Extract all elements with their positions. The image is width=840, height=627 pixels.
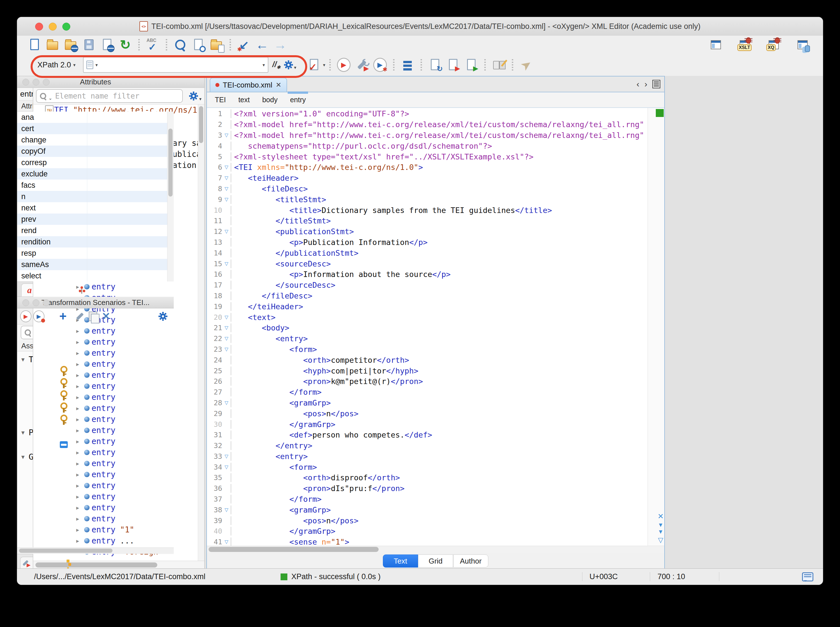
- configure-transformation-button[interactable]: ▶: [355, 58, 369, 72]
- go-to-last-modification-button[interactable]: ↙✱: [237, 38, 251, 52]
- expand-arrow-icon[interactable]: ▶: [73, 428, 82, 433]
- expand-arrow-icon[interactable]: ▶: [73, 483, 82, 488]
- code-line[interactable]: 34▽ <form>: [207, 462, 648, 473]
- expand-arrow-icon[interactable]: ▶: [73, 472, 82, 477]
- fold-toggle-icon[interactable]: ▽: [222, 539, 231, 545]
- fold-toggle-icon[interactable]: ▽: [222, 314, 231, 320]
- push-changes-button[interactable]: ▶: [446, 58, 460, 72]
- close-tab-icon[interactable]: ✕: [276, 81, 281, 89]
- attribute-row[interactable]: rend: [17, 225, 174, 236]
- next-editor-icon[interactable]: ›: [644, 79, 647, 89]
- breadcrumb-item-entry[interactable]: entry: [289, 95, 306, 105]
- attribute-row[interactable]: cert: [17, 123, 174, 134]
- outline-tree-item[interactable]: ▶entry: [33, 513, 204, 524]
- save-button[interactable]: [82, 38, 96, 52]
- outline-tree-item[interactable]: ▶entry: [33, 480, 204, 491]
- database-perspective-icon[interactable]: [796, 38, 809, 52]
- outline-tree-item[interactable]: ▶entry: [33, 436, 204, 447]
- expand-arrow-icon[interactable]: ▶: [73, 494, 82, 499]
- xpath-builder-icon[interactable]: //✱: [272, 60, 281, 70]
- fold-toggle-icon[interactable]: ▽: [222, 464, 231, 470]
- expand-arrow-icon[interactable]: ▶: [73, 516, 82, 521]
- filter-options-caret-icon[interactable]: ⌄: [49, 95, 52, 101]
- outline-tree-item[interactable]: ▶entry...: [33, 535, 204, 546]
- minimize-window-button[interactable]: [49, 23, 57, 31]
- xpath-settings-button[interactable]: ▾: [281, 60, 297, 70]
- code-line[interactable]: 13 <p>Publication Information</p>: [207, 237, 648, 248]
- attribute-row[interactable]: select: [17, 270, 174, 282]
- notifications-icon[interactable]: [802, 572, 813, 581]
- expand-arrow-icon[interactable]: ▶: [73, 417, 82, 422]
- zoom-window-button[interactable]: [62, 23, 70, 31]
- spell-check-button[interactable]: ABC✓: [146, 38, 159, 52]
- expand-arrow-icon[interactable]: ▶: [73, 339, 82, 345]
- breadcrumb-item-tei[interactable]: TEI: [214, 95, 226, 105]
- back-button[interactable]: ←: [255, 38, 269, 52]
- open-file-button[interactable]: [46, 38, 60, 52]
- code-line[interactable]: 23▽ <form>: [207, 344, 648, 355]
- close-window-button[interactable]: [35, 23, 43, 31]
- save-to-url-button[interactable]: [100, 38, 114, 52]
- expand-arrow-icon[interactable]: ▶: [73, 406, 82, 411]
- last-marker-icon[interactable]: ▽: [658, 537, 663, 544]
- attribute-row[interactable]: next: [17, 202, 174, 214]
- attribute-row[interactable]: copyOf: [17, 146, 174, 157]
- code-line[interactable]: 2<?xml-model href="http://www.tei-c.org/…: [207, 119, 648, 130]
- outline-tree-item[interactable]: ▶entry: [33, 458, 204, 469]
- fold-toggle-icon[interactable]: ▽: [222, 325, 231, 331]
- outline-settings-button[interactable]: ▾: [186, 91, 202, 102]
- code-line[interactable]: 27 </form>: [207, 387, 648, 398]
- editor-perspective-icon[interactable]: [709, 38, 723, 52]
- code-line[interactable]: 24 <orth>competitor</orth>: [207, 354, 648, 365]
- code-line[interactable]: 9▽ <titleStmt>: [207, 194, 648, 205]
- format-indent-button[interactable]: [401, 58, 414, 72]
- view-tab-text[interactable]: Text: [383, 555, 418, 567]
- delete-scenario-button[interactable]: ✕: [100, 311, 112, 322]
- xpath-scope-caret-icon[interactable]: ▾: [95, 62, 98, 68]
- fold-toggle-icon[interactable]: ▽: [222, 347, 231, 352]
- code-line[interactable]: 12▽ <publicationStmt>: [207, 226, 648, 237]
- xpath-history-caret-icon[interactable]: ▾: [263, 62, 265, 68]
- code-line[interactable]: 18 </fileDesc>: [207, 291, 648, 301]
- xpath-version-dropdown[interactable]: XPath 2.0▾: [38, 61, 76, 69]
- breadcrumb-item-text[interactable]: text: [238, 95, 250, 105]
- refresh-references-button[interactable]: ↻: [428, 58, 442, 72]
- xslt-debugger-perspective-icon[interactable]: XSLT: [738, 38, 752, 52]
- duplicate-scenario-button[interactable]: [87, 311, 99, 322]
- code-line[interactable]: 33▽ <entry>: [207, 451, 648, 462]
- clear-highlights-icon[interactable]: ✕: [657, 513, 664, 520]
- fold-toggle-icon[interactable]: ▽: [222, 164, 231, 170]
- attribute-row[interactable]: sameAs: [17, 259, 174, 270]
- next-marker-icon[interactable]: ▾▾: [659, 521, 662, 535]
- outline-tree-item[interactable]: ▶entry: [33, 281, 204, 292]
- attribute-row[interactable]: rendition: [17, 236, 174, 247]
- fold-toggle-icon[interactable]: ▽: [222, 261, 231, 267]
- code-line[interactable]: 41▽ <sense n="1">: [207, 537, 648, 546]
- expand-arrow-icon[interactable]: ▶: [73, 350, 82, 356]
- outline-tree-item[interactable]: ▶entry: [33, 491, 204, 502]
- code-line[interactable]: 38▽ <gramGrp>: [207, 504, 648, 515]
- code-line[interactable]: 4 schematypens="http://purl.oclc.org/dsd…: [207, 140, 648, 151]
- code-line[interactable]: 40 </gramGrp>: [207, 526, 648, 537]
- prev-editor-icon[interactable]: ‹: [636, 79, 639, 89]
- expand-arrow-icon[interactable]: ▶: [73, 450, 82, 455]
- code-line[interactable]: 11 </titleStmt>: [207, 216, 648, 226]
- code-line[interactable]: 3▽<?xml-model href="http://www.tei-c.org…: [207, 130, 648, 141]
- fold-toggle-icon[interactable]: ▽: [222, 228, 231, 235]
- code-line[interactable]: 36 <pron>dIs"pru:f</pron>: [207, 483, 648, 494]
- code-line[interactable]: 14 </publicationStmt>: [207, 247, 648, 258]
- collapse-arrow-icon[interactable]: ▼: [17, 454, 28, 460]
- debug-scenario-button[interactable]: ▶✱: [373, 58, 387, 72]
- code-line[interactable]: 25 <hyph>com|peti|tor</hyph>: [207, 365, 648, 376]
- fold-toggle-icon[interactable]: ▽: [222, 454, 231, 459]
- element-name-filter-input[interactable]: [54, 91, 179, 101]
- code-line[interactable]: 7▽ <teiHeader>: [207, 173, 648, 184]
- expand-arrow-icon[interactable]: ▶: [73, 372, 82, 378]
- expand-arrow-icon[interactable]: ▶: [73, 527, 82, 533]
- open-url-button[interactable]: [64, 38, 77, 52]
- fold-toggle-icon[interactable]: ▽: [222, 132, 231, 138]
- scrollbar-thumb[interactable]: [168, 129, 172, 197]
- outline-horizontal-scrollbar[interactable]: [33, 561, 204, 569]
- scrollbar-thumb[interactable]: [208, 547, 379, 552]
- find-replace-button[interactable]: [174, 38, 187, 52]
